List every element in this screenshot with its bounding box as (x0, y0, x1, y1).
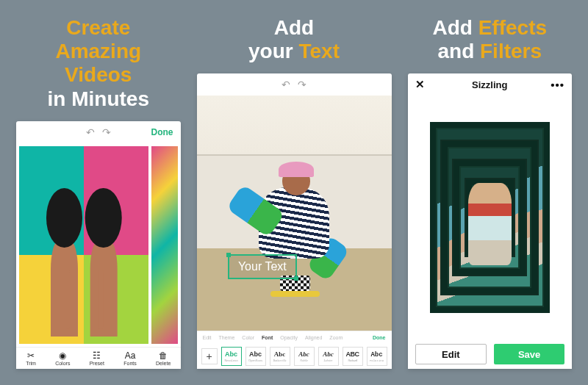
done-button[interactable]: Done (373, 335, 386, 340)
tool-label: Delete (156, 361, 171, 366)
font-chip[interactable]: AbcLobster (318, 347, 339, 366)
text-overlay-input[interactable]: Your Text (228, 254, 297, 279)
tool-label: Preset (90, 361, 104, 366)
tab-opacity[interactable]: Opacity (280, 335, 298, 340)
tab-zoom[interactable]: Zoom (329, 335, 343, 340)
font-name: Rockwell (348, 359, 356, 362)
tool-label: Fonts (123, 361, 137, 366)
canvas-bg-left (19, 146, 84, 344)
font-sample: Abc (274, 350, 286, 358)
headline-word: Text (298, 40, 340, 62)
tab-color[interactable]: Color (242, 335, 254, 340)
canvas-main-clip (19, 146, 148, 344)
undo-redo-group (282, 79, 306, 90)
colors-icon: ◉ (59, 351, 66, 360)
tab-edit[interactable]: Edit (203, 335, 212, 340)
font-name: Lobster (323, 359, 332, 362)
device-screen-1: Done ✂Trim◉Colors☷PresetAaFonts🗑Delete (16, 121, 181, 369)
font-sample: Abc (298, 350, 309, 358)
redo-icon[interactable] (298, 79, 306, 90)
text-editor-tabs: Edit Theme Color Font Opacity Aligned Zo… (197, 331, 392, 344)
device-screen-3: ✕ Sizzling ••• Edit Save (408, 73, 573, 369)
panel-add-text: Add your Text Your Text Edit Th (197, 16, 392, 369)
effect-bottom-bar: Edit Save (408, 339, 573, 369)
undo-icon[interactable] (282, 79, 290, 90)
headline-word: in Minutes (48, 87, 149, 110)
headline-word: Filters (480, 40, 542, 62)
effect-preview[interactable] (408, 96, 573, 339)
effect-title: Sizzling (408, 79, 573, 90)
delete-icon: 🗑 (159, 351, 168, 360)
tool-trim[interactable]: ✂Trim (26, 351, 36, 366)
headline-2: Add your Text (197, 16, 392, 63)
tab-aligned[interactable]: Aligned (305, 335, 322, 340)
font-picker-strip: + AbcNexaLeanAbcOpenSansAbcBaskervilleAb… (197, 344, 392, 369)
headline-word: Add (274, 16, 314, 39)
fonts-icon: Aa (125, 351, 136, 360)
font-sample: ABC (346, 350, 359, 358)
headline-word: and (437, 40, 480, 62)
font-name: Nobile (300, 359, 308, 362)
tab-font[interactable]: Font (262, 335, 273, 340)
font-name: Palatino (370, 359, 384, 362)
headline-word: your (248, 40, 298, 62)
font-sample: Abc (323, 350, 334, 358)
tool-label: Trim (26, 361, 36, 366)
font-sample: Abc (370, 351, 382, 359)
canvas-bg-right (84, 146, 148, 344)
font-name: Baskerville (273, 359, 286, 362)
redo-icon[interactable] (102, 126, 111, 138)
trim-icon: ✂ (27, 351, 35, 360)
font-chip[interactable]: ABCRockwell (343, 347, 363, 366)
panel-create-videos: Create Amazing Videos in Minutes Done (16, 16, 181, 369)
edit-button[interactable]: Edit (415, 344, 487, 364)
add-font-button[interactable]: + (201, 348, 218, 364)
headline-word: Effects (478, 16, 547, 39)
person-silhouette (81, 188, 126, 337)
headline-word: Amazing (55, 40, 141, 62)
tool-fonts[interactable]: AaFonts (123, 351, 137, 366)
tab-theme[interactable]: Theme (219, 335, 235, 340)
undo-redo-group (86, 126, 111, 138)
video-canvas[interactable] (16, 143, 181, 347)
more-icon[interactable]: ••• (551, 79, 564, 91)
font-sample: Abc (249, 350, 262, 358)
preset-icon: ☷ (93, 351, 101, 360)
font-name: OpenSans (248, 359, 262, 362)
headline-word: Create (66, 16, 130, 39)
canvas-side-clip (151, 146, 177, 344)
font-name: NexaLean (224, 359, 237, 362)
tool-label: Colors (55, 361, 70, 366)
panel-effects-filters: Add Effects and Filters ✕ Sizzling ••• E… (408, 16, 573, 369)
video-canvas[interactable]: Your Text (197, 96, 392, 331)
headline-word: Videos (65, 63, 132, 86)
editor-topbar (197, 73, 392, 96)
editor-topbar: Done (16, 121, 181, 143)
font-chip[interactable]: AbcBaskerville (270, 347, 290, 366)
font-sample: Abc (225, 350, 237, 358)
tool-colors[interactable]: ◉Colors (55, 351, 70, 366)
headline-1: Create Amazing Videos in Minutes (16, 16, 181, 111)
headline-3: Add Effects and Filters (408, 16, 573, 63)
tool-preset[interactable]: ☷Preset (90, 351, 104, 366)
person-center (468, 183, 512, 265)
undo-icon[interactable] (86, 126, 95, 138)
font-chip[interactable]: AbcNobile (294, 347, 315, 366)
effect-recursive-frames (430, 122, 550, 313)
font-chip[interactable]: AbcNexaLean (221, 347, 242, 366)
save-button[interactable]: Save (494, 344, 564, 364)
done-button[interactable]: Done (151, 127, 173, 137)
tool-delete[interactable]: 🗑Delete (156, 351, 171, 366)
font-chip[interactable]: AbcPalatino (367, 347, 387, 366)
font-chip[interactable]: AbcOpenSans (245, 347, 266, 366)
device-screen-2: Your Text Edit Theme Color Font Opacity … (197, 73, 392, 369)
editor-toolbar: ✂Trim◉Colors☷PresetAaFonts🗑Delete (16, 347, 181, 369)
headline-word: Add (432, 16, 478, 39)
effect-topbar: ✕ Sizzling ••• (408, 73, 573, 96)
